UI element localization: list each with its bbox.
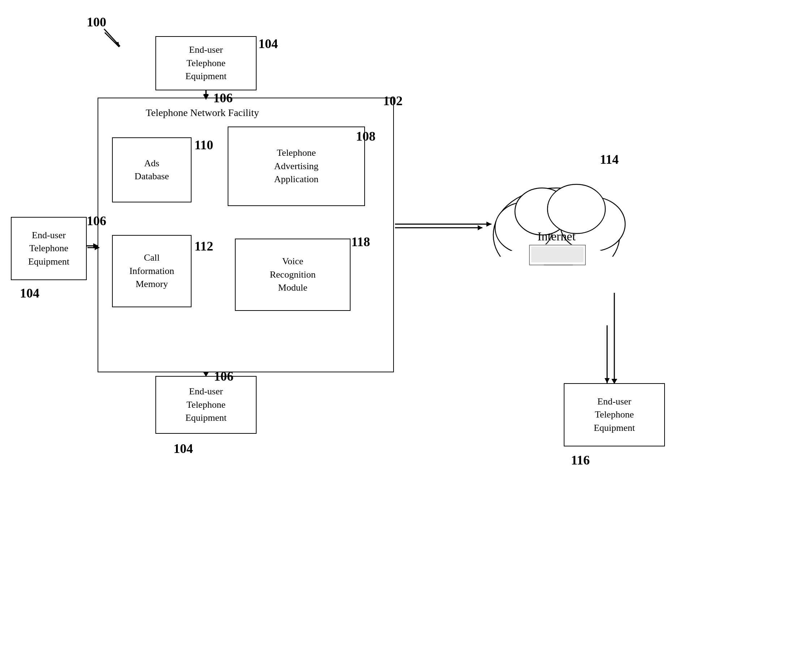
- telephone-advertising-box: TelephoneAdvertisingApplication: [228, 127, 365, 206]
- ref-104-left: 104: [20, 286, 39, 301]
- ref-106-top: 106: [213, 91, 233, 106]
- ref-106-left: 106: [87, 213, 106, 229]
- svg-marker-12: [605, 378, 610, 383]
- ref-104-top: 104: [258, 36, 278, 51]
- ref-108: 108: [356, 129, 375, 144]
- ref-118: 118: [351, 234, 370, 250]
- call-information-box: CallInformationMemory: [112, 235, 191, 307]
- diagram-container: 100 Telephone Network Facility 102: [0, 0, 812, 672]
- ref-116: 116: [571, 453, 590, 468]
- ref-100: 100: [87, 14, 106, 30]
- ref-114: 114: [600, 152, 619, 167]
- end-user-right-box: End-userTelephoneEquipment: [564, 383, 665, 446]
- ref-112: 112: [194, 239, 213, 254]
- ref-102: 102: [383, 93, 403, 108]
- internet-cloud: Internet: [481, 156, 633, 293]
- svg-line-0: [105, 32, 119, 47]
- ref-106-bottom: 106: [214, 369, 234, 384]
- svg-rect-22: [531, 246, 583, 262]
- svg-point-17: [548, 185, 605, 234]
- ads-database-box: AdsDatabase: [112, 137, 191, 202]
- voice-recognition-box: VoiceRecognitionModule: [235, 239, 351, 311]
- svg-marker-1: [115, 42, 119, 47]
- end-user-top-box: End-userTelephoneEquipment: [155, 36, 257, 91]
- ref-104-bottom: 104: [174, 441, 193, 456]
- end-user-bottom-box: End-userTelephoneEquipment: [155, 376, 257, 434]
- tnf-title: Telephone Network Facility: [141, 106, 264, 120]
- end-user-left-box: End-userTelephoneEquipment: [11, 217, 87, 280]
- svg-line-24: [104, 29, 120, 46]
- ref-110: 110: [194, 137, 213, 152]
- svg-text:Internet: Internet: [537, 229, 576, 243]
